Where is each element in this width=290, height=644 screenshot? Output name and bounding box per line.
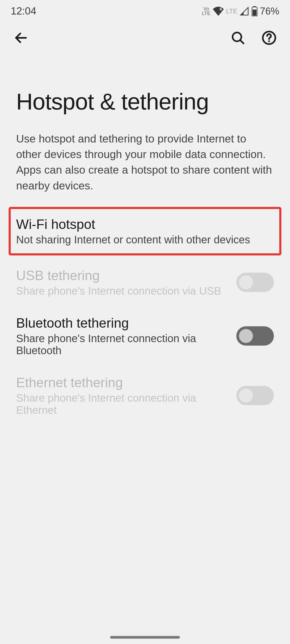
setting-subtitle: Share phone's Internet connection via US… xyxy=(16,285,236,297)
status-right: Vo LTE 6 LTE 76% xyxy=(202,6,279,17)
setting-title: USB tethering xyxy=(16,268,236,283)
settings-list: Wi-Fi hotspot Not sharing Internet or co… xyxy=(0,207,290,425)
svg-text:6: 6 xyxy=(220,7,222,11)
bluetooth-tethering-toggle[interactable] xyxy=(236,326,274,346)
setting-title: Ethernet tethering xyxy=(16,375,236,390)
back-button[interactable] xyxy=(13,30,28,45)
help-button[interactable] xyxy=(262,30,277,45)
ethernet-tethering-toggle xyxy=(236,386,274,405)
svg-line-5 xyxy=(240,40,244,43)
status-time: 12:04 xyxy=(11,5,36,17)
usb-tethering-toggle xyxy=(236,273,274,292)
setting-subtitle: Not sharing Internet or content with oth… xyxy=(16,234,274,246)
setting-wifi-hotspot[interactable]: Wi-Fi hotspot Not sharing Internet or co… xyxy=(9,207,281,255)
wifi-icon: 6 xyxy=(213,7,224,16)
setting-subtitle: Share phone's Internet connection via Bl… xyxy=(16,332,236,357)
setting-text: Ethernet tethering Share phone's Interne… xyxy=(16,375,236,416)
volte-icon: Vo LTE xyxy=(202,7,211,15)
setting-title: Bluetooth tethering xyxy=(16,315,236,331)
setting-text: Wi-Fi hotspot Not sharing Internet or co… xyxy=(16,217,274,246)
setting-title: Wi-Fi hotspot xyxy=(16,217,274,232)
page-title: Hotspot & tethering xyxy=(0,56,290,131)
setting-usb-tethering: USB tethering Share phone's Internet con… xyxy=(9,259,281,306)
setting-ethernet-tethering: Ethernet tethering Share phone's Interne… xyxy=(9,366,281,425)
status-icons: Vo LTE 6 LTE xyxy=(202,6,258,16)
setting-subtitle: Share phone's Internet connection via Et… xyxy=(16,392,236,416)
page-description: Use hotspot and tethering to provide Int… xyxy=(0,131,290,207)
svg-rect-3 xyxy=(253,9,256,16)
navigation-handle[interactable] xyxy=(110,636,180,639)
battery-percentage: 76% xyxy=(260,6,279,17)
setting-text: Bluetooth tethering Share phone's Intern… xyxy=(16,315,236,357)
toggle-knob xyxy=(239,275,253,289)
status-bar: 12:04 Vo LTE 6 LTE 76% xyxy=(0,0,290,20)
toggle-knob xyxy=(239,389,253,402)
search-button[interactable] xyxy=(230,30,245,45)
battery-icon xyxy=(251,6,258,16)
setting-bluetooth-tethering[interactable]: Bluetooth tethering Share phone's Intern… xyxy=(9,306,281,366)
toggle-knob xyxy=(239,329,253,343)
app-bar xyxy=(0,20,290,56)
svg-point-7 xyxy=(268,41,270,42)
setting-text: USB tethering Share phone's Internet con… xyxy=(16,268,236,297)
signal-icon xyxy=(240,7,249,16)
lte-icon: LTE xyxy=(226,8,237,15)
